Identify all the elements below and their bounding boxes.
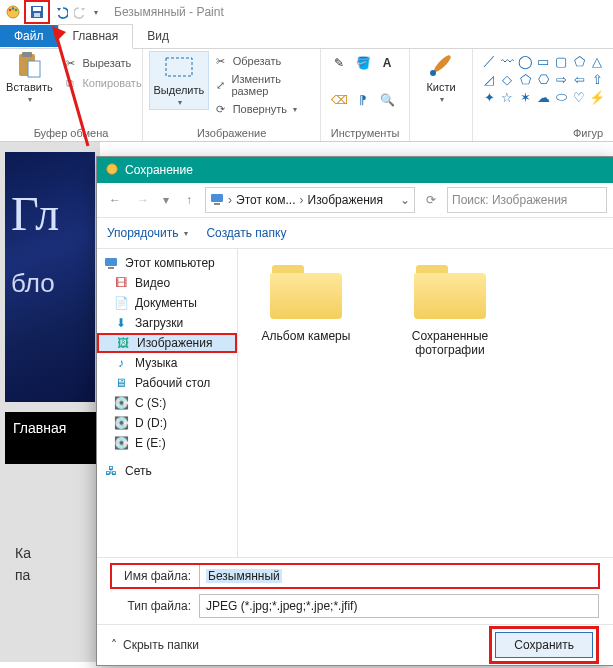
tree-drive-c[interactable]: 💽C (S:)	[97, 393, 237, 413]
shape-arrowl-icon[interactable]: ⇦	[571, 71, 587, 87]
folder-camera-roll[interactable]: Альбом камеры	[246, 259, 366, 343]
chevron-down-icon: ▾	[440, 95, 444, 104]
redo-icon[interactable]	[72, 3, 90, 21]
svg-rect-16	[108, 267, 114, 269]
save-button[interactable]: Сохранить	[495, 632, 593, 658]
eraser-icon[interactable]: ⌫	[331, 92, 347, 108]
shape-heart-icon[interactable]: ♡	[571, 89, 587, 105]
canvas[interactable]: Гл бло	[5, 152, 95, 402]
shape-callout2-icon[interactable]: ⬭	[553, 89, 569, 105]
shape-line-icon[interactable]: ／	[481, 53, 497, 69]
shape-star6-icon[interactable]: ✶	[517, 89, 533, 105]
filetype-select[interactable]: JPEG (*.jpg;*.jpeg;*.jpe;*.jfif)	[199, 594, 599, 618]
paint-logo-icon	[105, 162, 119, 179]
cut-icon: ✂	[62, 55, 78, 71]
shapes-gallery[interactable]: ／ 〰 ◯ ▭ ▢ ⬠ △ ◿ ◇ ⬠ ⎔ ⇨ ⇦ ⇧ ✦ ☆ ✶ ☁ ⬭ ♡	[479, 51, 607, 107]
drive-icon: 💽	[113, 435, 129, 451]
select-icon	[164, 54, 194, 82]
chevron-down-icon: ▾	[28, 95, 32, 104]
paste-button[interactable]: Вставить ▾	[0, 51, 58, 104]
paste-icon	[14, 51, 44, 79]
search-input[interactable]: Поиск: Изображения	[447, 187, 607, 213]
resize-icon: ⤢	[213, 77, 228, 93]
tab-view[interactable]: Вид	[133, 25, 183, 47]
folder-icon	[410, 259, 490, 323]
text-icon[interactable]: A	[379, 55, 395, 71]
history-dropdown[interactable]: ▾	[159, 188, 173, 212]
paint-logo-icon	[4, 3, 22, 21]
up-button[interactable]: ↑	[177, 188, 201, 212]
shape-star4-icon[interactable]: ✦	[481, 89, 497, 105]
tab-file[interactable]: Файл	[0, 25, 58, 47]
file-list[interactable]: Альбом камеры Сохраненные фотографии	[238, 249, 613, 557]
tree-drive-d[interactable]: 💽D (D:)	[97, 413, 237, 433]
tree-desktop[interactable]: 🖥Рабочий стол	[97, 373, 237, 393]
save-icon[interactable]	[28, 3, 46, 21]
canvas-text-1: Гл	[11, 186, 59, 241]
back-button[interactable]: ←	[103, 188, 127, 212]
organize-menu[interactable]: Упорядочить ▾	[107, 226, 188, 240]
hide-folders-button[interactable]: ˄ Скрыть папки	[111, 638, 199, 652]
resize-button[interactable]: ⤢ Изменить размер	[213, 73, 315, 97]
shape-polygon-icon[interactable]: ⬠	[571, 53, 587, 69]
svg-rect-6	[34, 13, 40, 17]
filename-input[interactable]: Безымянный	[199, 564, 599, 588]
shape-callout-icon[interactable]: ☁	[535, 89, 551, 105]
folder-saved-photos[interactable]: Сохраненные фотографии	[390, 259, 510, 357]
shape-diamond-icon[interactable]: ◇	[499, 71, 515, 87]
copy-icon: ⧉	[62, 75, 78, 91]
shape-arrowr-icon[interactable]: ⇨	[553, 71, 569, 87]
refresh-button[interactable]: ⟳	[419, 188, 443, 212]
shape-rtriangle-icon[interactable]: ◿	[481, 71, 497, 87]
undo-icon[interactable]	[52, 3, 70, 21]
downloads-icon: ⬇	[113, 315, 129, 331]
shape-triangle-icon[interactable]: △	[589, 53, 605, 69]
copy-button[interactable]: ⧉ Копировать	[62, 75, 141, 91]
shape-bolt-icon[interactable]: ⚡	[589, 89, 605, 105]
tree-network[interactable]: 🖧Сеть	[97, 461, 237, 481]
tree-music[interactable]: ♪Музыка	[97, 353, 237, 373]
chevron-up-icon: ˄	[111, 638, 117, 652]
canvas-gray-area: Гл бло Главная Ка па	[0, 142, 100, 662]
tab-home[interactable]: Главная	[58, 24, 134, 49]
eyedropper-icon[interactable]: ⁋	[355, 92, 371, 108]
forward-button[interactable]: →	[131, 188, 155, 212]
shape-hex-icon[interactable]: ⎔	[535, 71, 551, 87]
folder-tree[interactable]: Этот компьютер 🎞Видео 📄Документы ⬇Загруз…	[97, 249, 238, 557]
shape-arrowu-icon[interactable]: ⇧	[589, 71, 605, 87]
search-placeholder: Поиск: Изображения	[452, 193, 567, 207]
shape-oval-icon[interactable]: ◯	[517, 53, 533, 69]
rotate-button[interactable]: ⟳ Повернуть▾	[213, 101, 315, 117]
tree-video[interactable]: 🎞Видео	[97, 273, 237, 293]
zoom-icon[interactable]: 🔍	[379, 92, 395, 108]
qat-dropdown-icon[interactable]: ▾	[94, 8, 98, 17]
select-label: Выделить	[153, 84, 204, 96]
svg-rect-15	[105, 258, 117, 266]
drive-icon: 💽	[113, 395, 129, 411]
ribbon-tabs: Файл Главная Вид	[0, 24, 613, 49]
shape-pentagon-icon[interactable]: ⬠	[517, 71, 533, 87]
cut-button[interactable]: ✂ Вырезать	[62, 55, 141, 71]
crop-icon: ✂	[213, 53, 229, 69]
save-dialog-title: Сохранение	[125, 163, 193, 177]
fill-icon[interactable]: 🪣	[355, 55, 371, 71]
shape-star5-icon[interactable]: ☆	[499, 89, 515, 105]
brush-button[interactable]: Кисти ▾	[412, 51, 470, 104]
tree-pictures[interactable]: 🖼Изображения	[97, 333, 237, 353]
shape-curve-icon[interactable]: 〰	[499, 53, 515, 69]
tree-documents[interactable]: 📄Документы	[97, 293, 237, 313]
tree-drive-e[interactable]: 💽E (E:)	[97, 433, 237, 453]
tree-downloads[interactable]: ⬇Загрузки	[97, 313, 237, 333]
folder-icon	[266, 259, 346, 323]
shape-rect-icon[interactable]: ▭	[535, 53, 551, 69]
shape-roundrect-icon[interactable]: ▢	[553, 53, 569, 69]
address-dropdown-icon[interactable]: ⌄	[400, 193, 410, 207]
crop-button[interactable]: ✂ Обрезать	[213, 53, 315, 69]
new-folder-button[interactable]: Создать папку	[206, 226, 286, 240]
clipboard-group-label: Буфер обмена	[34, 127, 109, 139]
svg-rect-13	[211, 194, 223, 202]
tree-this-pc[interactable]: Этот компьютер	[97, 253, 237, 273]
address-bar[interactable]: › Этот ком... › Изображения ⌄	[205, 187, 415, 213]
select-button[interactable]: Выделить ▾	[149, 51, 209, 110]
pencil-icon[interactable]: ✎	[331, 55, 347, 71]
